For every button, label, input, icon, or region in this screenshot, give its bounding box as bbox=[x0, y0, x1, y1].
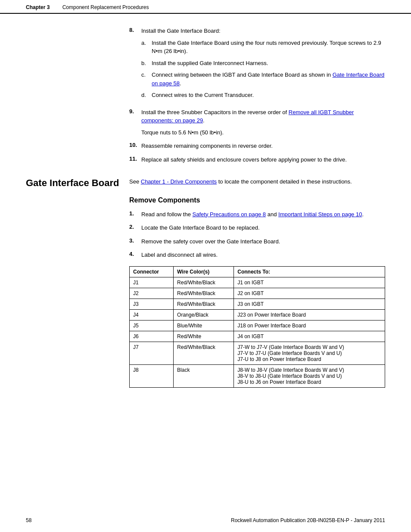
step-text: Replace all safety shields and enclosure… bbox=[141, 156, 347, 163]
table-cell: J4 bbox=[130, 309, 174, 320]
alpha-label: c. bbox=[141, 71, 152, 87]
step-content: Locate the Gate Interface Board to be re… bbox=[141, 224, 385, 232]
alpha-label: a. bbox=[141, 39, 152, 56]
step-content: Read and follow the Safety Precautions o… bbox=[141, 210, 385, 219]
table-cell: J2 on IGBT bbox=[234, 288, 385, 299]
table-cell: Red/White/Black bbox=[174, 299, 234, 309]
step-text: Install the three Snubber Capacitors in … bbox=[141, 109, 354, 124]
table-cell: J7-W to J7-V (Gate Interface Boards W an… bbox=[234, 342, 385, 364]
table-cell: Red/White/Black bbox=[174, 288, 234, 299]
torque-note: Torque nuts to 5.6 N•m (50 lb•in). bbox=[141, 128, 385, 137]
bullet-dot: • bbox=[178, 48, 180, 54]
table-cell: J23 on Power Interface Board bbox=[234, 309, 385, 320]
col-header-wire-color: Wire Color(s) bbox=[174, 266, 234, 277]
table-cell: J18 on Power Interface Board bbox=[234, 320, 385, 331]
list-item: 4. Label and disconnect all wires. bbox=[129, 251, 385, 259]
table-cell: J7 bbox=[130, 342, 174, 364]
table-row: J2Red/White/BlackJ2 on IGBT bbox=[130, 288, 385, 299]
step-number: 3. bbox=[129, 237, 141, 246]
bullet-dot: • bbox=[156, 48, 158, 54]
table-cell: J4 on IGBT bbox=[234, 331, 385, 342]
list-item: b. Install the supplied Gate Interconnec… bbox=[141, 59, 385, 68]
sub-list: a. Install the Gate Interface Board usin… bbox=[141, 39, 385, 100]
top-steps: 8. Install the Gate Interface Board: a. … bbox=[129, 27, 385, 164]
alpha-content: Connect wires to the Current Transducer. bbox=[152, 91, 385, 100]
alpha-content: Connect wiring between the IGBT and Gate… bbox=[152, 71, 385, 87]
table-row: J3Red/White/BlackJ3 on IGBT bbox=[130, 299, 385, 309]
table-cell: J2 bbox=[130, 288, 174, 299]
table-cell: J8 bbox=[130, 364, 174, 387]
table-cell: Black bbox=[174, 364, 234, 387]
top-numbered-list: 8. Install the Gate Interface Board: a. … bbox=[129, 27, 385, 164]
step-content: Install the Gate Interface Board: a. Ins… bbox=[141, 27, 385, 103]
link-gate-interface-board[interactable]: Gate Interface Board on page 58 bbox=[152, 72, 384, 87]
table-row: J4Orange/BlackJ23 on Power Interface Boa… bbox=[130, 309, 385, 320]
table-cell: J1 bbox=[130, 277, 174, 288]
col-header-connects-to: Connects To: bbox=[234, 266, 385, 277]
step-number: 2. bbox=[129, 224, 141, 232]
alpha-label: b. bbox=[141, 59, 152, 68]
step-number: 1. bbox=[129, 210, 141, 219]
list-item: 10. Reassemble remaining components in r… bbox=[129, 142, 385, 150]
remove-steps-list: 1. Read and follow the Safety Precaution… bbox=[129, 210, 385, 259]
list-item: 9. Install the three Snubber Capacitors … bbox=[129, 108, 385, 137]
section-title-col: Gate Interface Board bbox=[26, 177, 129, 388]
link-initial-steps[interactable]: Important Initial Steps on page 10 bbox=[278, 211, 362, 218]
list-item: 2. Locate the Gate Interface Board to be… bbox=[129, 224, 385, 232]
alpha-content: Install the Gate Interface Board using t… bbox=[152, 39, 385, 56]
table-row: J8BlackJ8-W to J8-V (Gate Interface Boar… bbox=[130, 364, 385, 387]
link-safety-precautions[interactable]: Safety Precautions on page 8 bbox=[193, 211, 266, 218]
link-chapter1[interactable]: Chapter 1 - Drive Components bbox=[141, 178, 217, 185]
table-row: J1Red/White/BlackJ1 on IGBT bbox=[130, 277, 385, 288]
list-item: 8. Install the Gate Interface Board: a. … bbox=[129, 27, 385, 103]
link-igbt-snubber[interactable]: Remove all IGBT Snubber components: on p… bbox=[141, 109, 354, 124]
step-number: 10. bbox=[129, 142, 141, 150]
list-item: a. Install the Gate Interface Board usin… bbox=[141, 39, 385, 56]
gib-section: Gate Interface Board See Chapter 1 - Dri… bbox=[26, 177, 385, 388]
table-cell: Red/White/Black bbox=[174, 277, 234, 288]
step-number: 8. bbox=[129, 27, 141, 103]
subsection-heading: Remove Components bbox=[129, 196, 385, 204]
list-item: 11. Replace all safety shields and enclo… bbox=[129, 156, 385, 164]
section-content-col: See Chapter 1 - Drive Components to loca… bbox=[129, 177, 385, 388]
table-row: J5Blue/WhiteJ18 on Power Interface Board bbox=[130, 320, 385, 331]
header-separator bbox=[53, 4, 59, 10]
page-header: Chapter 3 Component Replacement Procedur… bbox=[0, 0, 411, 14]
table-row: J7Red/White/BlackJ7-W to J7-V (Gate Inte… bbox=[130, 342, 385, 364]
alpha-content: Install the supplied Gate Interconnect H… bbox=[152, 59, 385, 68]
section-intro: See Chapter 1 - Drive Components to loca… bbox=[129, 177, 385, 186]
table-cell: Orange/Black bbox=[174, 309, 234, 320]
header-section: Component Replacement Procedures bbox=[62, 4, 149, 10]
step-content: Remove the safety cover over the Gate In… bbox=[141, 237, 385, 246]
step-content: Label and disconnect all wires. bbox=[141, 251, 385, 259]
main-content: 8. Install the Gate Interface Board: a. … bbox=[0, 14, 411, 414]
section-heading: Gate Interface Board bbox=[26, 177, 121, 189]
table-cell: Red/White bbox=[174, 331, 234, 342]
col-header-connector: Connector bbox=[130, 266, 174, 277]
table-cell: J3 on IGBT bbox=[234, 299, 385, 309]
page-number: 58 bbox=[26, 517, 31, 523]
table-cell: J3 bbox=[130, 299, 174, 309]
table-cell: J1 on IGBT bbox=[234, 277, 385, 288]
header-chapter: Chapter 3 bbox=[26, 4, 50, 10]
step-content: Replace all safety shields and enclosure… bbox=[141, 156, 385, 164]
table-row: J6Red/WhiteJ4 on IGBT bbox=[130, 331, 385, 342]
page-footer: 58 Rockwell Automation Publication 20B-I… bbox=[0, 517, 411, 523]
step-text: Install the Gate Interface Board: bbox=[141, 28, 221, 34]
connector-table: Connector Wire Color(s) Connects To: J1R… bbox=[129, 266, 385, 388]
table-header-row: Connector Wire Color(s) Connects To: bbox=[130, 266, 385, 277]
list-item: 3. Remove the safety cover over the Gate… bbox=[129, 237, 385, 246]
step-number: 9. bbox=[129, 108, 141, 137]
step-text: Reassemble remaining components in rever… bbox=[141, 143, 273, 149]
alpha-label: d. bbox=[141, 91, 152, 100]
table-cell: J6 bbox=[130, 331, 174, 342]
list-item: d. Connect wires to the Current Transduc… bbox=[141, 91, 385, 100]
step-content: Reassemble remaining components in rever… bbox=[141, 142, 385, 150]
table-cell: Blue/White bbox=[174, 320, 234, 331]
list-item: c. Connect wiring between the IGBT and G… bbox=[141, 71, 385, 87]
table-cell: J5 bbox=[130, 320, 174, 331]
table-cell: Red/White/Black bbox=[174, 342, 234, 364]
list-item: 1. Read and follow the Safety Precaution… bbox=[129, 210, 385, 219]
publisher-info: Rockwell Automation Publication 20B-IN02… bbox=[231, 517, 385, 523]
step-content: Install the three Snubber Capacitors in … bbox=[141, 108, 385, 137]
